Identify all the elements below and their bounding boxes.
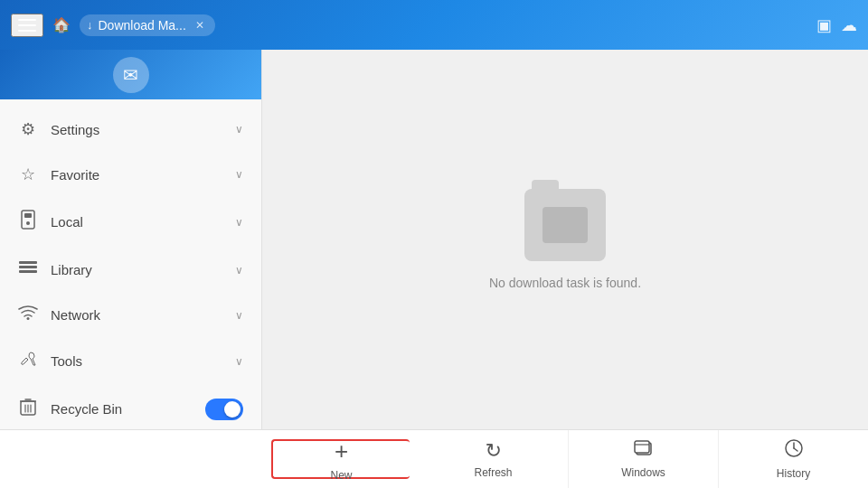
main-layout: ✉ ⚙ Settings ∨ ☆ Favorite ∨: [0, 50, 868, 429]
home-button[interactable]: 🏠: [52, 16, 71, 33]
sidebar: ✉ ⚙ Settings ∨ ☆ Favorite ∨: [0, 50, 262, 429]
svg-point-2: [26, 221, 30, 225]
svg-rect-1: [24, 213, 32, 218]
svg-rect-14: [635, 441, 649, 453]
history-icon: [784, 438, 804, 464]
toolbar: + New ↺ Refresh Windows: [0, 429, 868, 488]
local-label: Local: [51, 214, 222, 230]
avatar-icon: ✉: [123, 64, 138, 86]
library-chevron-icon: ∨: [235, 264, 243, 277]
refresh-button[interactable]: ↺ Refresh: [419, 430, 569, 488]
svg-rect-4: [19, 266, 37, 268]
recycle-bin-toggle[interactable]: [205, 399, 243, 420]
windows-icon: [634, 439, 654, 463]
library-label: Library: [51, 262, 222, 277]
settings-label: Settings: [51, 122, 222, 137]
favorite-label: Favorite: [51, 167, 222, 183]
favorite-icon: ☆: [18, 164, 38, 184]
network-label: Network: [51, 307, 222, 323]
empty-message: No download task is found.: [489, 276, 641, 290]
download-tab-icon: ↓: [87, 18, 93, 32]
local-icon: [18, 210, 38, 234]
tools-chevron-icon: ∨: [235, 355, 243, 368]
recycle-bin-label: Recycle Bin: [51, 401, 193, 417]
menu-button[interactable]: [11, 14, 43, 37]
sidebar-item-recycle-bin[interactable]: Recycle Bin: [0, 385, 261, 429]
refresh-icon: ↺: [486, 439, 502, 463]
windows-button[interactable]: Windows: [569, 430, 719, 488]
toolbar-left-spacer: [0, 430, 262, 488]
sidebar-item-favorite[interactable]: ☆ Favorite ∨: [0, 152, 261, 197]
svg-rect-3: [19, 270, 37, 273]
avatar: ✉: [113, 57, 149, 93]
sidebar-header: ✉: [0, 50, 261, 99]
empty-folder-icon: [524, 189, 606, 261]
svg-point-6: [27, 317, 30, 320]
cloud-button[interactable]: ☁: [841, 15, 857, 35]
sidebar-item-library[interactable]: Library ∨: [0, 247, 261, 293]
new-btn-wrapper: + New: [262, 430, 419, 488]
windows-header-button[interactable]: ▣: [816, 15, 832, 35]
history-label: History: [777, 467, 810, 480]
network-icon: [18, 305, 38, 324]
toolbar-buttons: + New ↺ Refresh Windows: [262, 430, 868, 488]
svg-line-18: [794, 448, 797, 451]
network-chevron-icon: ∨: [235, 309, 243, 322]
empty-state: No download task is found.: [489, 189, 641, 290]
favorite-chevron-icon: ∨: [235, 168, 243, 181]
header: 🏠 ↓ Download Ma... ✕ ▣ ☁: [0, 0, 868, 50]
sidebar-item-local[interactable]: Local ∨: [0, 197, 261, 247]
sidebar-item-network[interactable]: Network ∨: [0, 293, 261, 337]
settings-chevron-icon: ∨: [235, 123, 243, 136]
new-button[interactable]: + New: [271, 439, 410, 479]
active-tab[interactable]: ↓ Download Ma... ✕: [80, 14, 215, 36]
content-area: No download task is found.: [262, 50, 868, 429]
svg-rect-5: [19, 261, 37, 264]
history-button[interactable]: History: [719, 430, 868, 488]
windows-label: Windows: [621, 466, 665, 479]
sidebar-item-settings[interactable]: ⚙ Settings ∨: [0, 107, 261, 152]
library-icon: [18, 259, 38, 280]
settings-icon: ⚙: [18, 119, 38, 139]
sidebar-item-tools[interactable]: Tools ∨: [0, 337, 261, 385]
sidebar-nav: ⚙ Settings ∨ ☆ Favorite ∨ Loc: [0, 99, 261, 429]
header-actions: ▣ ☁: [816, 15, 857, 35]
new-icon: +: [335, 437, 348, 465]
refresh-label: Refresh: [474, 466, 512, 479]
tab-close-button[interactable]: ✕: [195, 19, 204, 32]
tools-label: Tools: [51, 353, 222, 369]
local-chevron-icon: ∨: [235, 216, 243, 229]
tab-label: Download Ma...: [99, 18, 186, 33]
recycle-bin-icon: [18, 398, 38, 420]
new-label: New: [330, 469, 352, 482]
tools-icon: [18, 350, 38, 372]
folder-inner: [542, 207, 588, 243]
